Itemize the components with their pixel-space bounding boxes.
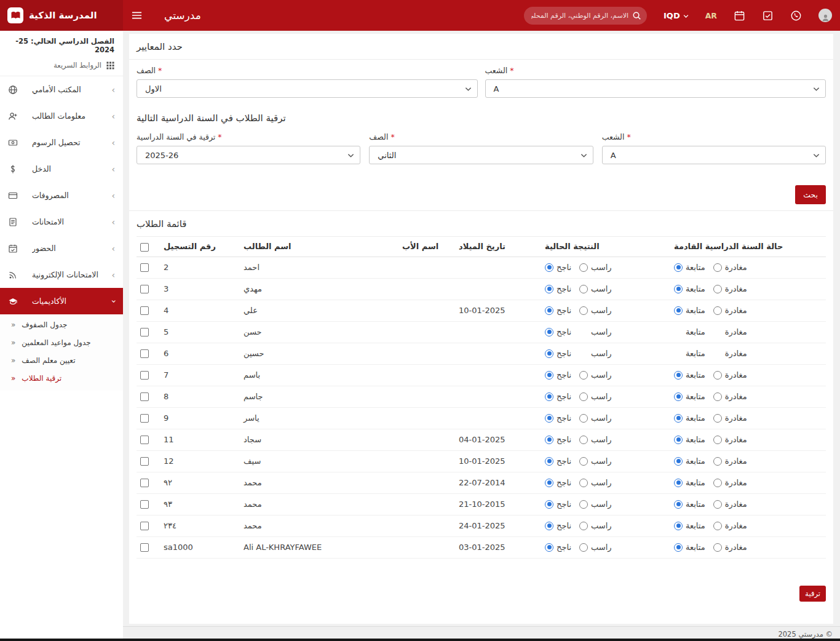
result-pass-radio[interactable] — [545, 457, 553, 466]
result-fail-label[interactable]: راسب — [591, 521, 612, 530]
result-fail-label[interactable]: راسب — [591, 263, 612, 272]
result-pass-radio[interactable] — [545, 543, 553, 552]
status-leave-radio[interactable] — [713, 263, 722, 272]
result-pass-label[interactable]: ناجح — [557, 521, 571, 530]
result-fail-radio[interactable] — [579, 285, 588, 293]
promote-button[interactable]: ترقية — [799, 586, 826, 602]
result-pass-radio[interactable] — [545, 328, 553, 336]
status-continue-label[interactable]: متابعة — [686, 392, 705, 401]
result-fail-label[interactable]: راسب — [591, 413, 612, 423]
result-fail-radio[interactable] — [579, 543, 588, 552]
result-fail-radio[interactable] — [579, 436, 588, 444]
section-select[interactable]: A — [485, 79, 826, 98]
status-continue-radio[interactable] — [674, 371, 683, 380]
row-checkbox[interactable] — [140, 328, 149, 336]
status-continue-label[interactable]: متابعة — [686, 456, 705, 466]
result-fail-label[interactable]: راسب — [591, 500, 612, 509]
class-select[interactable]: الاول — [137, 79, 478, 98]
result-fail-radio[interactable] — [579, 500, 588, 509]
result-fail-label[interactable]: راسب — [591, 456, 612, 466]
status-continue-radio[interactable] — [674, 263, 683, 272]
row-checkbox[interactable] — [140, 543, 149, 552]
row-checkbox[interactable] — [140, 414, 149, 423]
currency-selector[interactable]: IQD — [664, 11, 689, 20]
result-fail-label[interactable]: راسب — [591, 478, 612, 487]
sidebar-item-academics[interactable]: الأكاديميات‹ — [0, 288, 123, 314]
avatar[interactable] — [818, 9, 832, 22]
result-pass-label[interactable]: ناجح — [557, 263, 571, 272]
sidebar-item-student-information[interactable]: معلومات الطالب‹ — [0, 103, 123, 129]
result-fail-label[interactable]: راسب — [591, 435, 612, 444]
sidebar-item-front-office[interactable]: المكتب الأمامي‹ — [0, 76, 123, 103]
status-leave-label[interactable]: مغادرة — [725, 435, 747, 444]
language-selector[interactable]: AR — [705, 11, 717, 20]
tasks-check-icon[interactable] — [762, 10, 774, 22]
result-fail-radio[interactable] — [579, 306, 588, 315]
status-leave-label[interactable]: مغادرة — [725, 284, 747, 293]
result-fail-radio[interactable] — [579, 457, 588, 466]
status-continue-radio[interactable] — [674, 479, 683, 487]
status-continue-label[interactable]: متابعة — [686, 370, 705, 380]
sidebar-item-attendance[interactable]: الحضور‹ — [0, 235, 123, 261]
row-checkbox[interactable] — [140, 263, 149, 272]
sidebar-subitem-class-timetable[interactable]: »جدول الصفوف — [0, 316, 123, 333]
result-fail-radio[interactable] — [579, 392, 588, 401]
status-continue-radio[interactable] — [674, 392, 683, 401]
promote-session-select[interactable]: 2025-26 — [137, 146, 360, 164]
status-leave-label[interactable]: مغادرة — [725, 413, 747, 423]
status-leave-label[interactable]: مغادرة — [725, 392, 747, 401]
status-leave-radio[interactable] — [713, 436, 722, 444]
result-pass-radio[interactable] — [545, 306, 553, 315]
status-continue-label[interactable]: متابعة — [686, 263, 705, 272]
status-leave-radio[interactable] — [713, 306, 722, 315]
status-leave-radio[interactable] — [713, 371, 722, 380]
result-pass-radio[interactable] — [545, 263, 553, 272]
result-pass-radio[interactable] — [545, 500, 553, 509]
status-leave-label[interactable]: مغادرة — [725, 370, 747, 380]
status-leave-radio[interactable] — [713, 543, 722, 552]
status-continue-radio[interactable] — [674, 285, 683, 293]
sidebar-subitem-promote-students[interactable]: »ترقية الطلاب — [0, 369, 123, 387]
status-leave-label[interactable]: مغادرة — [725, 500, 747, 509]
sidebar-subitem-teacher-timetable[interactable]: »جدول مواعيد المعلمين — [0, 333, 123, 351]
result-pass-label[interactable]: ناجح — [557, 392, 571, 401]
row-checkbox[interactable] — [140, 436, 149, 444]
result-pass-radio[interactable] — [545, 436, 553, 444]
status-leave-radio[interactable] — [713, 414, 722, 423]
status-leave-label[interactable]: مغادرة — [725, 521, 747, 530]
result-pass-radio[interactable] — [545, 349, 553, 358]
status-continue-label[interactable]: متابعة — [686, 478, 705, 487]
app-logo[interactable]: المدرسة الذكية — [0, 0, 123, 31]
status-leave-label[interactable]: مغادرة — [725, 543, 747, 552]
result-pass-label[interactable]: ناجح — [557, 349, 571, 358]
status-continue-radio[interactable] — [674, 522, 683, 530]
status-leave-label[interactable]: مغادرة — [725, 306, 747, 315]
result-pass-label[interactable]: ناجح — [557, 306, 571, 315]
status-leave-radio[interactable] — [713, 392, 722, 401]
row-checkbox[interactable] — [140, 392, 149, 401]
result-fail-label[interactable]: راسب — [591, 392, 612, 401]
row-checkbox[interactable] — [140, 479, 149, 487]
result-pass-label[interactable]: ناجح — [557, 435, 571, 444]
quick-links[interactable]: الروابط السريعة — [0, 56, 123, 76]
row-checkbox[interactable] — [140, 285, 149, 293]
result-pass-radio[interactable] — [545, 285, 553, 293]
calendar-icon[interactable] — [734, 10, 745, 22]
promote-section-select[interactable]: A — [602, 146, 826, 164]
menu-toggle-icon[interactable] — [132, 11, 142, 20]
result-fail-radio[interactable] — [579, 414, 588, 423]
status-continue-radio[interactable] — [674, 543, 683, 552]
promote-class-select[interactable]: الثاني — [369, 146, 593, 164]
status-leave-radio[interactable] — [713, 500, 722, 509]
status-continue-label[interactable]: متابعة — [686, 306, 705, 315]
status-continue-radio[interactable] — [674, 500, 683, 509]
result-pass-radio[interactable] — [545, 522, 553, 530]
status-continue-label[interactable]: متابعة — [686, 521, 705, 530]
sidebar-item-examinations[interactable]: الامتحانات‹ — [0, 209, 123, 235]
select-all-checkbox[interactable] — [140, 243, 149, 252]
result-fail-label[interactable]: راسب — [591, 306, 612, 315]
result-pass-radio[interactable] — [545, 371, 553, 380]
whatsapp-icon[interactable] — [790, 10, 802, 22]
status-leave-label[interactable]: مغادرة — [725, 478, 747, 487]
row-checkbox[interactable] — [140, 349, 149, 358]
